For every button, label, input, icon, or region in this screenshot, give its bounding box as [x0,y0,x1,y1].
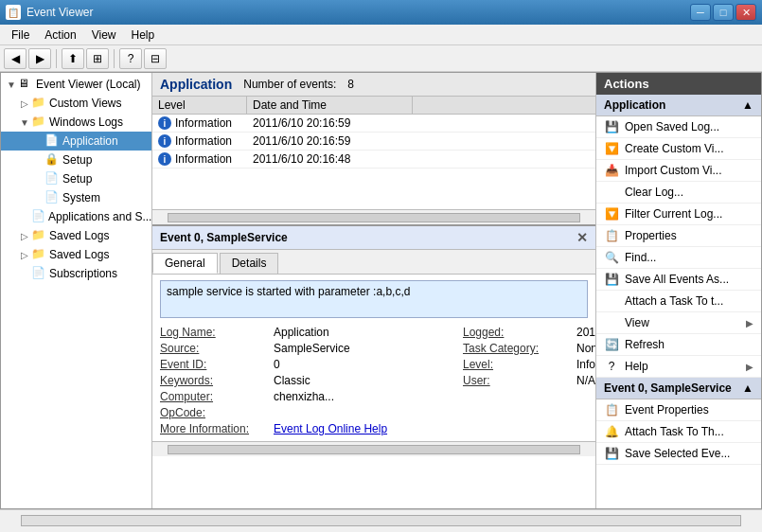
log-list-col-scroll [413,97,429,114]
tree-item-saved-logs[interactable]: ▷ 📁 Saved Logs [1,245,151,264]
tree-item-custom-views[interactable]: ▷ 📁 Custom Views [1,94,151,113]
event-detail-close[interactable]: ✕ [576,230,588,245]
action-attach-task[interactable]: Attach a Task To t... [596,291,761,312]
action-label: Filter Current Log... [625,207,753,221]
table-row[interactable]: i Information 2011/6/10 20:16:59 [152,115,595,133]
clear-icon [604,185,619,200]
log-list-hscroll[interactable] [152,209,595,224]
computer-label: Computer: [160,390,274,403]
log-icon: 📄 [44,133,60,149]
up-button[interactable]: ⬆ [62,48,84,69]
action-open-saved-log[interactable]: 💾 Open Saved Log... [596,116,761,138]
row-date: 2011/6/10 20:16:59 [247,133,413,150]
tree-item-subscriptions[interactable]: 📄 Subscriptions [1,264,151,283]
find-icon: 🔍 [604,250,619,265]
menu-file[interactable]: File [4,27,37,44]
tree-item-windows-logs[interactable]: ▼ 📁 Windows Logs [1,113,151,132]
tree-item-label: Event Viewer (Local) [36,78,141,91]
actions-section-label: Application [604,98,665,112]
computer-icon: 🖥 [18,77,33,92]
status-hscroll[interactable] [21,515,741,526]
attach-icon [604,293,619,309]
detail-fields: Log Name: Application Logged: 2011/6/10 … [160,326,588,435]
actions-title: Actions [596,73,761,95]
action-refresh[interactable]: 🔄 Refresh [596,334,761,356]
action-view[interactable]: View ▶ [596,312,761,334]
actions-section-event[interactable]: Event 0, SampleService ▲ [596,378,761,399]
forward-button[interactable]: ▶ [28,48,51,69]
computer-value: chenxizha... [274,390,463,403]
action-label: Open Saved Log... [625,120,753,133]
tab-details[interactable]: Details [220,253,279,274]
toolbar-separator [56,49,57,68]
detail-hscroll[interactable] [152,441,595,456]
help-button[interactable]: ? [119,48,142,69]
tree-item-label: Setup [62,172,92,186]
keywords-label: Keywords: [160,374,274,387]
source-label: Source: [160,342,274,355]
col-header-date[interactable]: Date and Time [247,97,413,114]
menu-bar: File Action View Help [0,25,762,45]
import-icon: 📥 [604,163,619,178]
detail-hscroll-bar[interactable] [168,445,580,454]
minimize-button[interactable]: ─ [690,4,711,21]
tree-item-apps-services[interactable]: ▷ 📁 Saved Logs [1,226,151,245]
tree-item-root[interactable]: ▼ 🖥 Event Viewer (Local) [1,75,151,94]
action-label: Refresh [625,338,753,351]
content-panel: Application Number of events: 8 Level Da… [152,73,595,508]
tab-general[interactable]: General [152,253,218,274]
row-level: i Information [152,151,247,168]
action-save-all-events[interactable]: 💾 Save All Events As... [596,269,761,291]
action-clear-log[interactable]: Clear Log... [596,182,761,204]
action-filter-log[interactable]: 🔽 Filter Current Log... [596,204,761,225]
tree-item-forwarded[interactable]: 📄 Applications and S... [1,207,151,226]
tree-item-label: Applications and S... [48,210,151,223]
action-properties[interactable]: 📋 Properties [596,225,761,247]
source-value: SampleService [274,342,463,355]
event-id-label: Event ID: [160,358,274,371]
action-save-selected[interactable]: 💾 Save Selected Eve... [596,443,761,465]
log-icon: 📄 [31,209,45,224]
filter-icon: 🔽 [604,206,619,222]
info-icon: i [158,152,171,166]
menu-help[interactable]: Help [124,27,163,44]
tree-item-label: Application [62,134,118,148]
log-count: 8 [347,78,354,91]
log-icon: 📄 [44,171,60,186]
hscroll-bar[interactable] [168,213,580,222]
action-create-custom-view[interactable]: 🔽 Create Custom Vi... [596,138,761,160]
menu-view[interactable]: View [84,27,124,44]
action-find[interactable]: 🔍 Find... [596,247,761,269]
action-help[interactable]: ? Help ▶ [596,356,761,378]
back-button[interactable]: ◀ [4,48,27,69]
menu-action[interactable]: Action [37,27,83,44]
tree-item-setup[interactable]: 📄 Setup [1,169,151,188]
action-label: Attach a Task To t... [625,294,753,308]
attach-task-icon: 🔔 [604,424,619,439]
opcode-value [274,406,463,419]
table-row[interactable]: i Information 2011/6/10 20:16:48 [152,151,595,168]
more-info-link[interactable]: Event Log Online Help [274,422,463,435]
tree-item-system[interactable]: 📄 System [1,188,151,207]
col-header-level[interactable]: Level [152,97,247,114]
action-event-properties[interactable]: 📋 Event Properties [596,399,761,421]
event-detail-panel: Event 0, SampleService ✕ General Details… [152,224,595,456]
grid-button[interactable]: ⊞ [86,48,109,69]
action-label: Find... [625,251,753,264]
action-import-custom-view[interactable]: 📥 Import Custom Vi... [596,160,761,182]
main-container: ▼ 🖥 Event Viewer (Local) ▷ 📁 Custom View… [0,72,762,509]
action-label: Save Selected Eve... [625,447,753,460]
tree-panel: ▼ 🖥 Event Viewer (Local) ▷ 📁 Custom View… [1,73,152,508]
maximize-button[interactable]: □ [713,4,734,21]
tree-item-security[interactable]: 🔒 Setup [1,151,151,169]
tree-item-application[interactable]: 📄 Application [1,132,151,151]
close-button[interactable]: ✕ [735,4,756,21]
action-label: Event Properties [625,403,753,417]
action-attach-task-to[interactable]: 🔔 Attach Task To Th... [596,421,761,443]
actions-section-application[interactable]: Application ▲ [596,95,761,116]
more-info-label: More Information: [160,422,274,435]
tree-item-label: Setup [62,153,92,167]
console-button[interactable]: ⊟ [144,48,167,69]
log-title: Application [160,77,232,92]
table-row[interactable]: i Information 2011/6/10 20:16:59 [152,133,595,151]
